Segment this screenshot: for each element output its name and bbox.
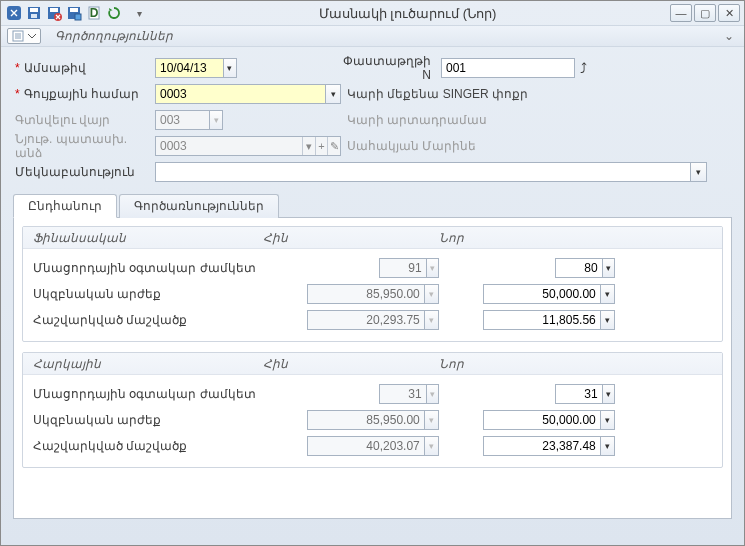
chevron-down-icon[interactable]: ▾ bbox=[602, 259, 614, 277]
tax-remlife-new[interactable]: ▾ bbox=[555, 384, 615, 404]
ribbon-bar: Գործողություններ ⌄ bbox=[1, 25, 744, 47]
save-new-icon[interactable] bbox=[65, 4, 83, 22]
group-financial: Ֆինանսական Հին Նոր Մնացորդային օգտակար ժ… bbox=[22, 226, 723, 342]
minimize-button[interactable]: — bbox=[670, 4, 692, 22]
close-button[interactable]: ✕ bbox=[718, 4, 740, 22]
ribbon-collapse-icon[interactable]: ⌄ bbox=[720, 29, 738, 43]
tab-general[interactable]: Ընդհանուր bbox=[13, 194, 117, 218]
fin-accdepr-new[interactable]: ▾ bbox=[483, 310, 615, 330]
location-description: Կարի արտադրամաս bbox=[347, 113, 487, 127]
group-financial-title: Ֆինանսական bbox=[33, 231, 263, 245]
group-tax-new-header: Նոր bbox=[439, 357, 464, 371]
asset-field[interactable]: ▾ bbox=[155, 84, 341, 104]
header-form: *Ամսաթիվ ▾ Փաստաթղթի N ⤴ *Գույքային համա… bbox=[1, 47, 744, 191]
asset-description: Կարի մեքենա SINGER փոքր bbox=[347, 87, 528, 101]
date-label: Ամսաթիվ bbox=[24, 61, 86, 75]
location-field: ▾ bbox=[155, 110, 223, 130]
chevron-down-icon[interactable]: ▾ bbox=[600, 411, 614, 429]
window-title: Մասնակի լուծարում (Նոր) bbox=[145, 6, 670, 21]
group-financial-old-header: Հին bbox=[263, 231, 439, 245]
tabs-container: Ընդհանուր Գործառնություններ Ֆինանսական Հ… bbox=[1, 191, 744, 545]
doc-d-icon[interactable]: D bbox=[85, 4, 103, 22]
fin-accdepr-label: Հաշվարկված մաշվածք bbox=[33, 313, 263, 327]
svg-rect-9 bbox=[75, 14, 81, 20]
responsible-field: ▾ + ✎ bbox=[155, 136, 341, 156]
chevron-down-icon[interactable]: ▾ bbox=[602, 385, 614, 403]
chevron-down-icon: ▾ bbox=[424, 437, 438, 455]
responsible-dropdown-icon: ▾ bbox=[302, 137, 315, 155]
responsible-edit-icon: ✎ bbox=[327, 137, 340, 155]
tax-initval-old: ▾ bbox=[307, 410, 439, 430]
group-tax: Հարկային Հին Նոր Մնացորդային օգտակար ժամ… bbox=[22, 352, 723, 468]
qat-dropdown-icon[interactable]: ▾ bbox=[133, 4, 145, 22]
tab-general-page: Ֆինանսական Հին Նոր Մնացորդային օգտակար ժ… bbox=[13, 217, 732, 519]
chevron-down-icon: ▾ bbox=[424, 411, 438, 429]
view-mode-button[interactable] bbox=[7, 28, 41, 44]
fin-remlife-label: Մնացորդային օգտակար ժամկետ bbox=[33, 261, 263, 275]
group-financial-new-header: Նոր bbox=[439, 231, 464, 245]
chevron-down-icon: ▾ bbox=[426, 259, 438, 277]
tabstrip: Ընդհանուր Գործառնություններ bbox=[13, 194, 732, 218]
svg-rect-5 bbox=[50, 8, 58, 12]
tax-remlife-old: ▾ bbox=[379, 384, 439, 404]
chevron-down-icon: ▾ bbox=[424, 311, 438, 329]
comment-dropdown-icon[interactable]: ▾ bbox=[690, 163, 706, 181]
fin-remlife-new[interactable]: ▾ bbox=[555, 258, 615, 278]
maximize-button[interactable]: ▢ bbox=[694, 4, 716, 22]
quick-access-toolbar: D ▾ bbox=[5, 4, 145, 22]
responsible-input bbox=[156, 137, 302, 155]
window-controls: — ▢ ✕ bbox=[670, 4, 740, 22]
svg-rect-3 bbox=[31, 14, 37, 18]
save-icon[interactable] bbox=[25, 4, 43, 22]
tax-initval-label: Սկզբնական արժեք bbox=[33, 413, 263, 427]
group-tax-title: Հարկային bbox=[33, 357, 263, 371]
tax-remlife-label: Մնացորդային օգտակար ժամկետ bbox=[33, 387, 263, 401]
chevron-down-icon: ▾ bbox=[424, 285, 438, 303]
location-input bbox=[156, 111, 209, 129]
date-dropdown-icon[interactable]: ▾ bbox=[223, 59, 236, 77]
save-close-icon[interactable] bbox=[45, 4, 63, 22]
asset-label: Գույքային համար bbox=[24, 87, 139, 101]
responsible-add-icon: + bbox=[315, 137, 328, 155]
docnum-lookup-icon[interactable]: ⤴ bbox=[565, 60, 593, 76]
docnum-input[interactable] bbox=[442, 59, 574, 77]
fin-initval-label: Սկզբնական արժեք bbox=[33, 287, 263, 301]
asset-dropdown-icon[interactable]: ▾ bbox=[325, 85, 340, 103]
date-field[interactable]: ▾ bbox=[155, 58, 237, 78]
tax-initval-new[interactable]: ▾ bbox=[483, 410, 615, 430]
chevron-down-icon[interactable]: ▾ bbox=[600, 285, 614, 303]
fin-initval-new[interactable]: ▾ bbox=[483, 284, 615, 304]
asset-input[interactable] bbox=[156, 85, 325, 103]
date-input[interactable] bbox=[156, 59, 223, 77]
group-tax-old-header: Հին bbox=[263, 357, 439, 371]
app-window: D ▾ Մասնակի լուծարում (Նոր) — ▢ ✕ Գործող… bbox=[0, 0, 745, 546]
titlebar: D ▾ Մասնակի լուծարում (Նոր) — ▢ ✕ bbox=[1, 1, 744, 25]
comment-label: Մեկնաբանություն bbox=[15, 165, 135, 179]
app-icon bbox=[5, 4, 23, 22]
chevron-down-icon[interactable]: ▾ bbox=[600, 311, 614, 329]
comment-input[interactable] bbox=[156, 163, 690, 181]
tax-accdepr-label: Հաշվարկված մաշվածք bbox=[33, 439, 263, 453]
ribbon-label: Գործողություններ bbox=[55, 29, 173, 43]
chevron-down-icon[interactable]: ▾ bbox=[600, 437, 614, 455]
docnum-field[interactable] bbox=[441, 58, 575, 78]
fin-remlife-old: ▾ bbox=[379, 258, 439, 278]
location-label: Գտնվելու վայր bbox=[15, 113, 110, 127]
fin-accdepr-old: ▾ bbox=[307, 310, 439, 330]
docnum-label: Փաստաթղթի N bbox=[341, 54, 441, 82]
refresh-icon[interactable] bbox=[105, 4, 123, 22]
chevron-down-icon: ▾ bbox=[426, 385, 438, 403]
responsible-label: Նյութ. պատասխ. անձ bbox=[15, 132, 155, 160]
svg-rect-8 bbox=[70, 8, 78, 12]
tab-operations[interactable]: Գործառնություններ bbox=[119, 194, 279, 218]
svg-text:D: D bbox=[90, 6, 99, 20]
tax-accdepr-old: ▾ bbox=[307, 436, 439, 456]
comment-field[interactable]: ▾ bbox=[155, 162, 707, 182]
tax-accdepr-new[interactable]: ▾ bbox=[483, 436, 615, 456]
location-dropdown-icon: ▾ bbox=[209, 111, 222, 129]
responsible-description: Սահակյան Մարինե bbox=[347, 139, 476, 153]
fin-initval-old: ▾ bbox=[307, 284, 439, 304]
svg-rect-2 bbox=[30, 8, 38, 12]
